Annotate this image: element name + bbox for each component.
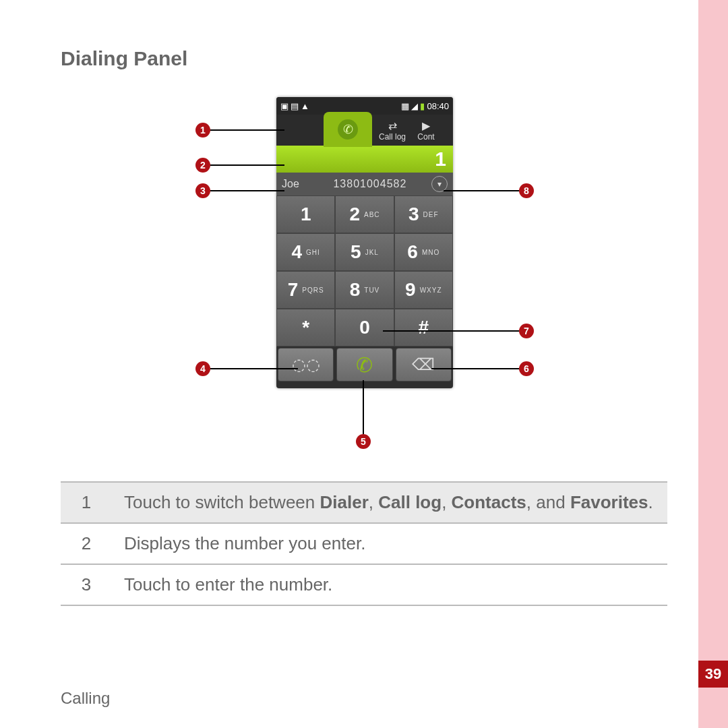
row-text: Touch to enter the number. — [112, 564, 667, 605]
key-2[interactable]: 2ABC — [335, 195, 394, 233]
key-5[interactable]: 5JKL — [335, 233, 394, 271]
warning-icon: ▲ — [301, 101, 309, 111]
sim-icon: ▣ — [280, 101, 289, 111]
table-row: 3 Touch to enter the number. — [61, 564, 667, 605]
voicemail-icon: ◌◌ — [292, 355, 320, 374]
callout-4: 4 — [195, 361, 210, 376]
arrows-icon: ⇄ — [388, 119, 397, 132]
tab-label: Cont — [417, 132, 434, 142]
clock: 08:40 — [427, 101, 449, 111]
call-icon: ✆ — [356, 353, 373, 377]
callout-line — [210, 164, 284, 166]
key-star[interactable]: * — [276, 309, 335, 346]
key-1[interactable]: 1 — [276, 195, 335, 233]
phone-screenshot: ▣ ▤ ▲ ▦ ◢ ▮ 08:40 ✆ ⇄ Call log — [276, 97, 453, 388]
row-number: 2 — [61, 523, 112, 564]
suggestion-name: Joe — [282, 178, 299, 190]
callout-7: 7 — [519, 324, 534, 338]
sd-icon: ▤ — [291, 101, 299, 111]
callout-3: 3 — [195, 183, 210, 198]
key-3[interactable]: 3DEF — [394, 195, 453, 233]
callout-8: 8 — [519, 183, 534, 198]
callout-line — [363, 380, 364, 434]
status-icons-left: ▣ ▤ ▲ — [280, 101, 309, 111]
footer-section: Calling — [61, 689, 110, 708]
callout-line — [444, 190, 519, 191]
table-row: 1 Touch to switch between Dialer, Call l… — [61, 482, 667, 523]
callout-line — [210, 190, 284, 191]
callout-line — [383, 330, 519, 332]
phone-icon: ✆ — [338, 119, 358, 140]
row-number: 1 — [61, 482, 112, 523]
battery-icon: ▮ — [420, 101, 425, 111]
key-9[interactable]: 9WXYZ — [394, 271, 453, 309]
suggestion-number: 13801004582 — [309, 178, 431, 190]
voicemail-button[interactable]: ◌◌ — [278, 348, 334, 382]
suggestion-row[interactable]: Joe 13801004582 ▾ — [276, 173, 453, 195]
contact-icon: ▶ — [422, 119, 430, 132]
callout-5: 5 — [356, 434, 371, 449]
tab-dialer[interactable]: ✆ — [324, 112, 372, 147]
signal-icon: ◢ — [411, 101, 418, 111]
backspace-button[interactable]: ⌫ — [396, 348, 452, 382]
tab-bar[interactable]: ✆ ⇄ Call log ▶ Cont — [276, 115, 453, 146]
key-4[interactable]: 4GHI — [276, 233, 335, 271]
callout-6: 6 — [519, 361, 534, 376]
tab-contacts[interactable]: ▶ Cont — [413, 115, 439, 146]
number-display: 1 — [276, 146, 453, 173]
page: Dialing Panel 1 2 3 4 5 6 7 8 ▣ ▤ ▲ — [0, 0, 728, 728]
key-8[interactable]: 8TUV — [335, 271, 394, 309]
callout-line — [210, 129, 284, 131]
key-0[interactable]: 0 — [335, 309, 394, 346]
description-table: 1 Touch to switch between Dialer, Call l… — [61, 481, 667, 606]
call-button[interactable]: ✆ — [336, 348, 392, 382]
callout-2: 2 — [195, 158, 210, 173]
data-icon: ▦ — [401, 101, 409, 111]
tab-call-log[interactable]: ⇄ Call log — [372, 115, 413, 146]
row-text: Displays the number you enter. — [112, 523, 667, 564]
row-text: Touch to switch between Dialer, Call log… — [112, 482, 667, 523]
tab-label: Call log — [379, 132, 406, 142]
key-hash[interactable]: # — [394, 309, 453, 346]
callout-1: 1 — [195, 123, 210, 138]
backspace-icon: ⌫ — [412, 355, 435, 374]
row-number: 3 — [61, 564, 112, 605]
callout-line — [431, 368, 519, 369]
table-row: 2 Displays the number you enter. — [61, 523, 667, 564]
keypad: 1 2ABC 3DEF 4GHI 5JKL 6MNO 7PQRS 8TUV 9W… — [276, 195, 453, 346]
action-row: ◌◌ ✆ ⌫ — [276, 346, 453, 383]
key-7[interactable]: 7PQRS — [276, 271, 335, 309]
status-icons-right: ▦ ◢ ▮ 08:40 — [401, 101, 449, 111]
key-6[interactable]: 6MNO — [394, 233, 453, 271]
section-title: Dialing Panel — [61, 47, 667, 70]
figure: 1 2 3 4 5 6 7 8 ▣ ▤ ▲ — [74, 97, 654, 461]
callout-line — [210, 368, 298, 369]
